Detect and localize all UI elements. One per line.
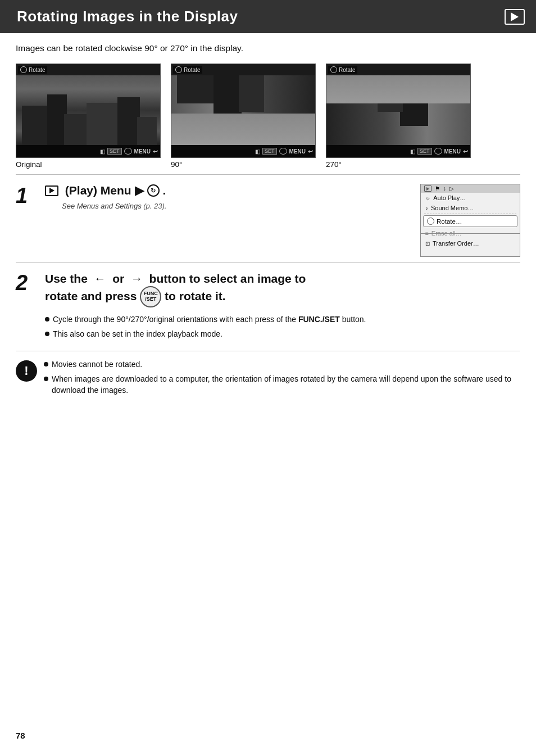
step1-section: 1 (Play) Menu ▶ ↻ . See Menus and Settin… [16,174,520,262]
menu-icon-arrow: ▷ [449,185,454,192]
page-number: 78 [16,731,25,740]
menu-item-soundmemo: ♪ Sound Memo… [421,203,520,213]
menu-screenshot: ⚑ ↕ ▷ ☼ Auto Play… ♪ Sound Memo… [420,184,520,257]
caption-270: 270° [326,160,342,169]
caption-90: 90° [171,160,182,169]
menu-item-rotate-highlighted: Rotate… [423,215,517,227]
bullet-text-1: Cycle through the 90°/270°/original orie… [53,314,366,325]
bottom-bar-original: ◧ SET MENU ↩ [16,145,160,157]
page-header: Rotating Images in the Display [0,0,536,33]
bullet-dot-2 [45,332,49,336]
play-icon-box [505,9,525,25]
rotate-circle-icon [427,218,434,225]
step1-body: (Play) Menu ▶ ↻ . See Menus and Settings… [45,184,520,257]
camera-screen-90: Rotate ◧ SET MENU ↩ [171,64,316,158]
rotate-label-menu: Rotate… [437,218,462,225]
bottom-bar-270: ◧ SET MENU ↩ [326,145,470,157]
screen-label-original: Rotate [18,66,47,74]
img-original [16,75,160,145]
main-content: Images can be rotated clockwise 90° or 2… [0,43,536,401]
menu-item-soundmemo-label: Sound Memo… [431,205,474,211]
intro-text: Images can be rotated clockwise 90° or 2… [16,43,520,53]
step2-instruction-end: to rotate it. [165,289,226,302]
warning-icon: ! [16,360,37,382]
warning-dot-2 [44,377,48,381]
rotate-label-90: Rotate [184,67,200,73]
warning-text-2: When images are downloaded to a computer… [52,374,520,396]
step1-instruction: (Play) Menu ▶ ↻ . [45,184,407,197]
warning-section: ! Movies cannot be rotated. When images … [16,351,520,401]
step1-instruction-text: (Play) Menu ▶ [62,184,144,197]
step1-number: 1 [16,184,45,257]
menu-icon-flag: ⚑ [435,185,440,192]
menu-icon-updown: ↕ [443,185,446,192]
img-90 [171,75,315,145]
menu-item-soundmemo-icon: ♪ [425,205,428,211]
warning-item-2: When images are downloaded to a computer… [44,374,520,396]
camera-item-270: Rotate ◧ SET MENU ↩ 270° [326,64,471,169]
step2-instruction: Use the ← or → button to select an image… [45,271,520,307]
step2-instruction-use: Use the [45,272,91,285]
menu-item-eraseall-icon: ≡ [425,230,429,237]
menu-play-icon-box [424,185,431,192]
set-button: SET [107,148,122,155]
menu-divider [424,214,516,214]
camera-screen-270: Rotate ◧ SET MENU ↩ [326,64,471,158]
menu-item-eraseall-label: Erase all… [431,230,462,237]
step1-instruction-dot: . [163,184,166,197]
menu-item-autoplay-label: Auto Play… [433,194,466,201]
step2-content: Use the ← or → button to select an image… [45,271,520,343]
rotate-icon: ↻ [147,184,160,197]
step2-bullet-list: Cycle through the 90°/270°/original orie… [45,314,520,339]
play-menu-icon [45,185,58,196]
screen-label-90: Rotate [173,66,202,74]
warning-item-1: Movies cannot be rotated. [44,359,520,370]
bullet-item-1: Cycle through the 90°/270°/original orie… [45,314,520,325]
menu-item-transfer-label: Transfer Order… [433,240,479,247]
warning-dot-1 [44,362,48,366]
menu-item-autoplay: ☼ Auto Play… [421,193,520,203]
screen-label-270: Rotate [328,66,357,74]
menu-item-transfer: ⊡ Transfer Order… [421,238,520,248]
menu-item-eraseall: ≡ Erase all… [421,228,520,238]
warning-content: Movies cannot be rotated. When images ar… [44,359,520,399]
bullet-text-2: This also can be set in the index playba… [53,329,222,340]
page-footer: 78 [16,731,25,740]
step1-text: (Play) Menu ▶ ↻ . See Menus and Settings… [45,184,407,210]
func-set-button-icon: FUNC/SET [140,286,161,307]
menu-play-tri [426,187,429,191]
rotate-label: Rotate [29,67,45,73]
camera-item-90: Rotate ◧ SET MENU ↩ 90° [171,64,316,169]
arrow-right: → [128,271,146,286]
warning-bullet-list: Movies cannot be rotated. When images ar… [44,359,520,396]
bullet-item-2: This also can be set in the index playba… [45,329,520,340]
menu-item-transfer-icon: ⊡ [425,241,430,247]
step2-number: 2 [16,271,45,343]
img-270 [326,75,470,145]
bullet-dot-1 [45,317,49,322]
step2-or: or [112,272,128,285]
step1-sub-text: See Menus and Settings (p. 23). [62,202,166,210]
camera-item-original: Rotate ◧ SET MENU [16,64,161,169]
step2-section: 2 Use the ← or → button to select an ima… [16,262,520,351]
step1-sub: See Menus and Settings (p. 23). [45,202,407,210]
set-button-270: SET [417,148,432,155]
warning-text-1: Movies cannot be rotated. [52,359,142,370]
bottom-bar-90: ◧ SET MENU ↩ [171,145,315,157]
set-button-90: SET [262,148,277,155]
play-triangle [49,188,54,193]
caption-original: Original [16,160,42,169]
arrow-left: ← [91,271,110,286]
menu-top-bar: ⚑ ↕ ▷ [421,184,520,193]
rotate-label-270: Rotate [339,67,355,73]
camera-images-row: Rotate ◧ SET MENU [16,64,520,169]
page-title: Rotating Images in the Display [17,8,238,25]
play-icon [511,12,519,21]
camera-screen-original: Rotate ◧ SET MENU [16,64,161,158]
menu-item-autoplay-icon: ☼ [425,195,430,201]
